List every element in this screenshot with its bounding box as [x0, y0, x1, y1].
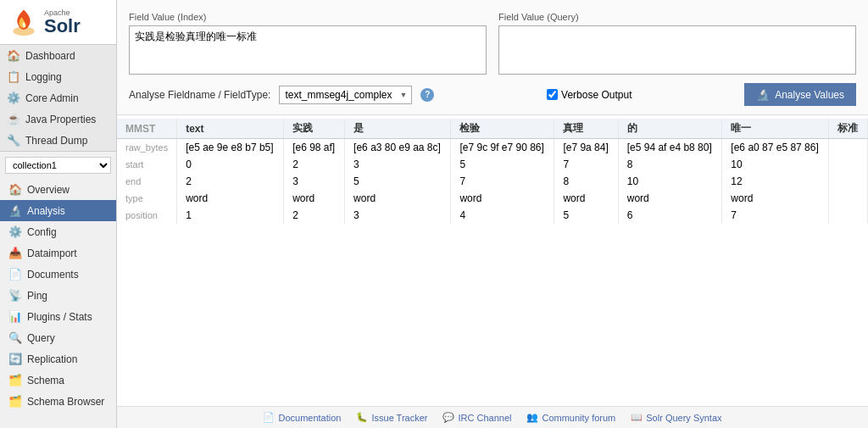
table-row: start 0 2 3 5 7 8 10 [117, 156, 868, 173]
cell-start-shi: 3 [345, 156, 451, 173]
cell-end-de: 10 [618, 173, 722, 190]
cell-pos-zhenli: 5 [554, 207, 618, 224]
replication-label: Replication [27, 353, 77, 365]
table-row: raw_bytes [e5 ae 9e e8 b7 b5] [e6 98 af]… [117, 139, 868, 157]
cell-raw-biaozhun [829, 139, 868, 157]
plugins-stats-label: Plugins / Stats [27, 311, 92, 323]
sidebar-item-config[interactable]: ⚙️ Config [0, 221, 116, 242]
verbose-output-label[interactable]: Verbose Output [547, 89, 632, 101]
query-icon: 🔍 [8, 331, 22, 344]
dataimport-label: Dataimport [27, 247, 77, 259]
cell-raw-de: [e5 94 af e4 b8 80] [618, 139, 722, 157]
dashboard-label: Dashboard [25, 50, 75, 62]
analyse-values-button[interactable]: 🔬 Analyse Values [744, 83, 856, 106]
cell-raw-shijian: [e6 98 af] [284, 139, 345, 157]
cell-pos-jianyan: 4 [451, 207, 554, 224]
query-field-group: Field Value (Query) [498, 12, 856, 75]
table-row: type word word word word word word word [117, 190, 868, 207]
verbose-label: Verbose Output [561, 89, 632, 101]
col-header-shijian: 实践 [284, 119, 345, 139]
sidebar-item-core-admin[interactable]: ⚙️ Core Admin [0, 87, 116, 108]
sidebar-item-thread-dump[interactable]: 🔧 Thread Dump [0, 130, 116, 151]
fieldtype-select[interactable]: text_mmseg4j_complex [279, 86, 412, 104]
replication-icon: 🔄 [8, 353, 22, 365]
main-content: Field Value (Index) 实践是检验真理的唯一标准 Field V… [117, 0, 868, 428]
sidebar-item-overview[interactable]: 🏠 Overview [0, 179, 116, 200]
cell-type-de: word [618, 190, 722, 207]
footer-solr-query-syntax-link[interactable]: 📖 Solr Query Syntax [631, 412, 721, 423]
query-field-label: Field Value (Query) [498, 12, 856, 22]
sidebar-item-analysis[interactable]: 🔬 Analysis [0, 200, 116, 221]
cell-end-text: 2 [177, 173, 284, 190]
footer-community-forum-link[interactable]: 👥 Community forum [526, 412, 615, 423]
cell-end-biaozhun [829, 173, 868, 190]
thread-dump-icon: 🔧 [7, 134, 20, 147]
sidebar-item-documents[interactable]: 📄 Documents [0, 264, 116, 285]
sidebar-item-replication[interactable]: 🔄 Replication [0, 348, 116, 370]
sidebar-item-dashboard[interactable]: 🏠 Dashboard [0, 45, 116, 66]
sidebar-item-query[interactable]: 🔍 Query [0, 327, 116, 348]
cell-raw-jianyan: [e7 9c 9f e7 90 86] [451, 139, 554, 157]
index-field-group: Field Value (Index) 实践是检验真理的唯一标准 [129, 12, 487, 75]
collection-selector[interactable]: collection1 [5, 157, 111, 174]
documentation-label: Documentation [278, 413, 341, 423]
dashboard-icon: 🏠 [7, 49, 20, 62]
cell-pos-de: 6 [618, 207, 722, 224]
col-header-text: text [177, 119, 284, 139]
options-row: Analyse Fieldname / FieldType: text_mmse… [129, 83, 856, 106]
schema-icon: 🗂️ [8, 374, 22, 386]
cell-pos-text: 1 [177, 207, 284, 224]
fieldtype-select-wrapper[interactable]: text_mmseg4j_complex [279, 86, 412, 104]
footer-issue-tracker-link[interactable]: 🐛 Issue Tracker [356, 412, 427, 423]
sidebar-item-java-properties[interactable]: ☕ Java Properties [0, 108, 116, 130]
cell-raw-zhenli: [e7 9a 84] [554, 139, 618, 157]
table-row: position 1 2 3 4 5 6 7 [117, 207, 868, 224]
documentation-icon: 📄 [263, 412, 275, 423]
index-field-textarea[interactable]: 实践是检验真理的唯一标准 [129, 25, 487, 75]
schema-browser-label: Schema Browser [27, 396, 104, 408]
cell-end-zhenli: 8 [554, 173, 618, 190]
form-area: Field Value (Index) 实践是检验真理的唯一标准 Field V… [117, 0, 868, 115]
verbose-checkbox[interactable] [547, 89, 558, 100]
overview-icon: 🏠 [8, 183, 22, 196]
cell-raw-shi: [e6 a3 80 e9 aa 8c] [345, 139, 451, 157]
help-icon[interactable]: ? [420, 88, 434, 102]
plugins-stats-icon: 📊 [8, 310, 22, 323]
table-header-row: MMST text 实践 是 检验 真理 的 唯一 标准 [117, 119, 868, 139]
sidebar-item-schema[interactable]: 🗂️ Schema [0, 370, 116, 391]
logging-icon: 📋 [7, 70, 20, 83]
row-label-end: end [117, 173, 177, 190]
irc-channel-icon: 💬 [442, 412, 454, 423]
community-forum-icon: 👥 [526, 412, 538, 423]
col-header-jianyan: 检验 [451, 119, 554, 139]
query-label: Query [27, 332, 55, 344]
sidebar-item-logging[interactable]: 📋 Logging [0, 66, 116, 87]
col-header-shi: 是 [345, 119, 451, 139]
sidebar-item-dataimport[interactable]: 📥 Dataimport [0, 242, 116, 264]
community-forum-label: Community forum [542, 413, 615, 423]
field-row: Field Value (Index) 实践是检验真理的唯一标准 Field V… [129, 12, 856, 75]
overview-label: Overview [27, 184, 70, 196]
col-header-weiyi: 唯一 [722, 119, 829, 139]
cell-raw-weiyi: [e6 a0 87 e5 87 86] [722, 139, 829, 157]
index-field-label: Field Value (Index) [129, 12, 487, 22]
documents-icon: 📄 [8, 268, 22, 281]
sidebar-item-schema-browser[interactable]: 🗂️ Schema Browser [0, 391, 116, 412]
sidebar-item-plugins-stats[interactable]: 📊 Plugins / Stats [0, 306, 116, 327]
ping-icon: 📡 [8, 289, 22, 302]
query-field-textarea[interactable] [498, 25, 856, 75]
row-label-start: start [117, 156, 177, 173]
cell-end-shi: 5 [345, 173, 451, 190]
thread-dump-label: Thread Dump [25, 135, 87, 147]
footer-documentation-link[interactable]: 📄 Documentation [263, 412, 341, 423]
cell-pos-shijian: 2 [284, 207, 345, 224]
solr-label: Solr [44, 17, 81, 36]
collection-select[interactable]: collection1 [5, 157, 111, 174]
cell-type-text: word [177, 190, 284, 207]
cell-end-jianyan: 7 [451, 173, 554, 190]
table-area: MMST text 实践 是 检验 真理 的 唯一 标准 raw_bytes [… [117, 115, 868, 406]
footer-irc-channel-link[interactable]: 💬 IRC Channel [442, 412, 511, 423]
sidebar-item-ping[interactable]: 📡 Ping [0, 285, 116, 306]
analyse-btn-label: Analyse Values [775, 89, 844, 101]
fieldname-label: Analyse Fieldname / FieldType: [129, 89, 270, 101]
